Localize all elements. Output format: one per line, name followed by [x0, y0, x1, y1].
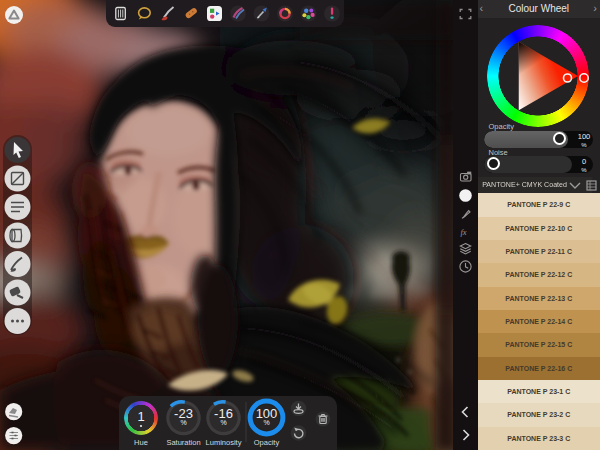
svg-text:fx: fx — [461, 227, 467, 237]
